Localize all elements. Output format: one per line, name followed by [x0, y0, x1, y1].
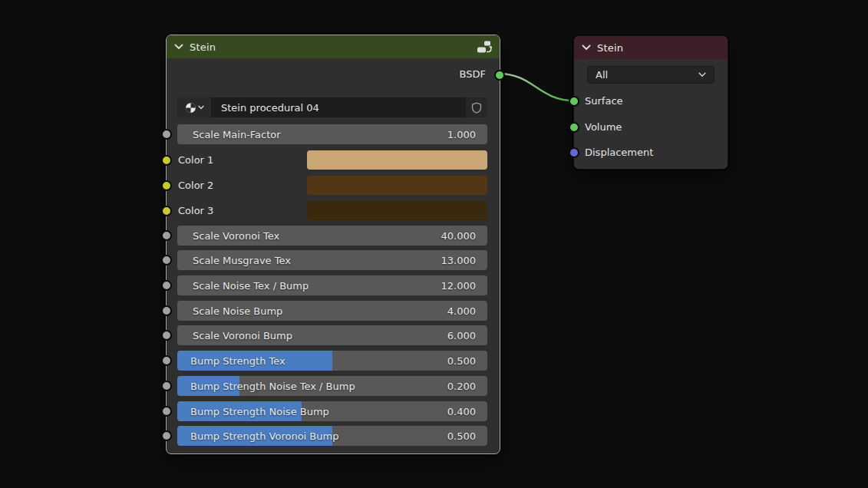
widget-label: Bump Strength Noise Tex / Bump: [190, 381, 355, 392]
value-field-scale-voronoi-bump[interactable]: Scale Voronoi Bump6.000: [177, 325, 487, 345]
widget-label: Scale Noise Tex / Bump: [193, 280, 309, 292]
slider-bump-strength-tex[interactable]: Bump Strength Tex0.500: [177, 351, 487, 371]
slider-bump-strength-voronoi-bump[interactable]: Bump Strength Voronoi Bump0.500: [177, 426, 487, 446]
node-editor-canvas: Stein BSDF St: [0, 0, 868, 488]
input-label-displacement: Displacement: [585, 143, 653, 163]
value-field-scale-musgrave-tex[interactable]: Scale Musgrave Tex13.000: [177, 250, 487, 270]
material-name-field[interactable]: Stein procedural 04: [212, 97, 465, 117]
group-node-title: Stein: [190, 41, 216, 53]
input-label-color-3: Color 3: [178, 201, 213, 220]
widget-value: 12.000: [441, 280, 477, 292]
bsdf-output-label: BSDF: [460, 64, 486, 84]
render-target-value: All: [596, 69, 608, 81]
input-socket-bump-strength-noise-bump[interactable]: [161, 406, 172, 417]
value-field-scale-voronoi-tex[interactable]: Scale Voronoi Tex40.000: [177, 226, 487, 246]
value-field-scale-noise-bump[interactable]: Scale Noise Bump4.000: [177, 301, 487, 321]
input-socket-color-2[interactable]: [161, 180, 172, 191]
input-socket-scale-noise-tex-bump[interactable]: [161, 280, 172, 291]
input-socket-scale-noise-bump[interactable]: [161, 305, 172, 316]
node-group-icon: [477, 41, 492, 53]
input-label-color-1: Color 1: [178, 150, 213, 170]
fake-user-toggle-button[interactable]: [465, 97, 487, 117]
input-label-color-2: Color 2: [178, 176, 213, 195]
input-socket-scale-voronoi-tex[interactable]: [161, 230, 172, 241]
input-socket-color-3[interactable]: [161, 206, 172, 216]
widget-label: Bump Strength Voronoi Bump: [190, 430, 338, 442]
material-selector-row: Stein procedural 04: [177, 97, 487, 117]
render-target-dropdown[interactable]: All: [587, 66, 715, 84]
material-output-node[interactable]: Stein All SurfaceVolumeDisplacement: [573, 35, 728, 170]
input-socket-volume[interactable]: [569, 122, 579, 133]
widget-value: 4.000: [447, 305, 476, 317]
group-node-header[interactable]: Stein: [167, 35, 500, 58]
output-node-header[interactable]: Stein: [574, 36, 728, 59]
color-swatch-color-2[interactable]: [307, 176, 487, 195]
widget-value: 6.000: [447, 330, 476, 341]
input-socket-bump-strength-voronoi-bump[interactable]: [161, 430, 172, 441]
input-socket-scale-musgrave-tex[interactable]: [161, 255, 172, 265]
input-socket-color-1[interactable]: [161, 155, 172, 166]
widget-value: 0.500: [447, 355, 476, 367]
widget-label: Bump Strength Noise Bump: [190, 406, 329, 417]
browse-chevron-icon: [198, 105, 204, 110]
widget-label: Scale Voronoi Tex: [193, 230, 279, 242]
input-socket-bump-strength-noise-tex-bump[interactable]: [161, 381, 172, 391]
value-field-scale-noise-tex-bump[interactable]: Scale Noise Tex / Bump12.000: [177, 275, 487, 295]
output-node-title: Stein: [597, 42, 623, 54]
value-field-scale-main-factor[interactable]: Scale Main-Factor1.000: [177, 124, 487, 144]
bsdf-output-socket[interactable]: [494, 70, 505, 81]
stein-group-node[interactable]: Stein BSDF St: [166, 35, 500, 454]
widget-label: Bump Strength Tex: [190, 355, 285, 367]
slider-bump-strength-noise-tex-bump[interactable]: Bump Strength Noise Tex / Bump0.200: [177, 376, 487, 396]
input-socket-displacement[interactable]: [569, 147, 579, 158]
collapse-chevron-icon[interactable]: [174, 44, 183, 50]
dropdown-chevron-icon: [698, 72, 706, 77]
input-socket-scale-voronoi-bump[interactable]: [161, 330, 172, 341]
widget-value: 0.500: [447, 430, 476, 442]
material-browse-button[interactable]: [177, 97, 212, 117]
shield-icon: [471, 102, 482, 114]
color-swatch-color-1[interactable]: [307, 150, 487, 170]
widget-label: Scale Noise Bump: [193, 305, 282, 317]
collapse-chevron-icon[interactable]: [582, 45, 591, 51]
widget-value: 0.400: [447, 406, 476, 417]
widget-value: 40.000: [441, 230, 477, 242]
input-label-surface: Surface: [585, 91, 623, 111]
widget-value: 13.000: [441, 255, 477, 266]
input-socket-scale-main-factor[interactable]: [161, 129, 172, 140]
input-socket-surface[interactable]: [569, 96, 579, 107]
input-label-volume: Volume: [585, 117, 622, 137]
widget-value: 0.200: [447, 381, 476, 392]
input-socket-bump-strength-tex[interactable]: [161, 355, 172, 366]
widget-label: Scale Musgrave Tex: [193, 255, 291, 266]
material-name-text: Stein procedural 04: [221, 102, 319, 114]
widget-label: Scale Voronoi Bump: [193, 330, 292, 341]
slider-bump-strength-noise-bump[interactable]: Bump Strength Noise Bump0.400: [177, 401, 487, 421]
widget-label: Scale Main-Factor: [193, 129, 281, 140]
widget-value: 1.000: [447, 129, 476, 140]
color-swatch-color-3[interactable]: [307, 201, 487, 220]
material-sphere-icon: [185, 102, 196, 114]
